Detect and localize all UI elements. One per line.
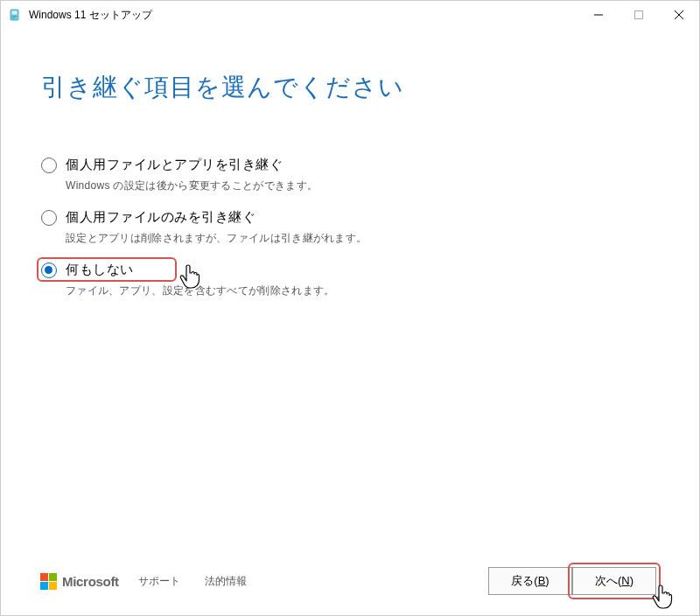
window-title: Windows 11 セットアップ xyxy=(29,8,152,23)
svg-rect-5 xyxy=(635,11,643,19)
next-button[interactable]: 次へ(N) xyxy=(572,567,656,595)
svg-rect-2 xyxy=(12,16,18,17)
option-label: 何もしない xyxy=(66,262,134,278)
svg-rect-3 xyxy=(12,18,16,18)
option-nothing: 何もしない ファイル、アプリ、設定を含むすべてが削除されます。 xyxy=(41,262,659,298)
option-desc: 設定とアプリは削除されますが、ファイルは引き継がれます。 xyxy=(41,231,659,246)
microsoft-text: Microsoft xyxy=(62,574,119,589)
radio-keep-files-only[interactable]: 個人用ファイルのみを引き継ぐ xyxy=(41,209,659,226)
radio-nothing[interactable]: 何もしない xyxy=(41,262,659,278)
option-label: 個人用ファイルのみを引き継ぐ xyxy=(66,209,256,226)
option-desc: Windows の設定は後から変更することができます。 xyxy=(41,178,659,193)
microsoft-logo: Microsoft xyxy=(40,573,119,590)
option-keep-files-only: 個人用ファイルのみを引き継ぐ 設定とアプリは削除されますが、ファイルは引き継がれ… xyxy=(41,209,659,246)
titlebar: Windows 11 セットアップ xyxy=(1,1,699,29)
microsoft-squares-icon xyxy=(40,573,57,590)
app-icon xyxy=(8,8,22,22)
radio-keep-files-apps[interactable]: 個人用ファイルとアプリを引き継ぐ xyxy=(41,157,659,173)
legal-link[interactable]: 法的情報 xyxy=(205,574,247,589)
option-desc: ファイル、アプリ、設定を含むすべてが削除されます。 xyxy=(41,284,659,298)
support-link[interactable]: サポート xyxy=(138,574,180,589)
svg-rect-1 xyxy=(12,11,18,15)
maximize-button xyxy=(619,1,659,29)
radio-icon xyxy=(41,210,57,226)
footer: Microsoft サポート 法的情報 戻る(B) 次へ(N) xyxy=(0,546,700,616)
options-group: 個人用ファイルとアプリを引き継ぐ Windows の設定は後から変更することがで… xyxy=(41,157,659,298)
minimize-button[interactable] xyxy=(578,1,619,29)
option-keep-files-apps: 個人用ファイルとアプリを引き継ぐ Windows の設定は後から変更することがで… xyxy=(41,157,659,193)
back-button[interactable]: 戻る(B) xyxy=(488,567,572,595)
option-label: 個人用ファイルとアプリを引き継ぐ xyxy=(66,157,283,173)
close-button[interactable] xyxy=(659,1,699,29)
radio-icon xyxy=(41,158,57,173)
content-area: 引き継ぐ項目を選んでください 個人用ファイルとアプリを引き継ぐ Windows … xyxy=(1,29,699,298)
radio-icon xyxy=(41,262,57,278)
page-heading: 引き継ぐ項目を選んでください xyxy=(41,71,659,104)
